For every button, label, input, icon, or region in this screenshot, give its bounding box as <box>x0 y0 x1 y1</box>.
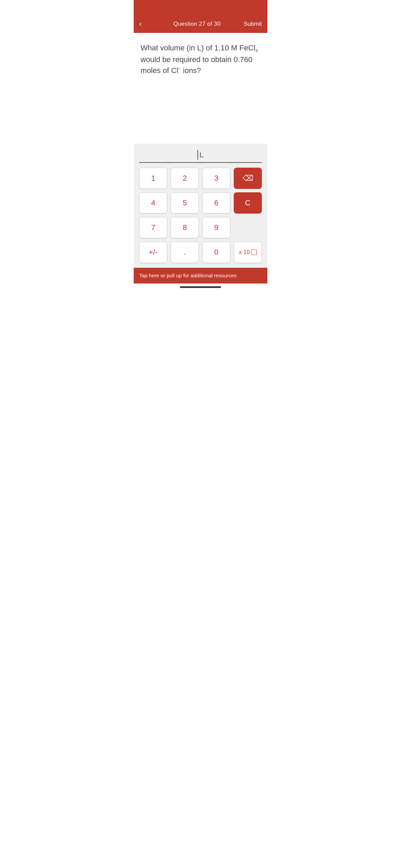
resources-bar[interactable]: Tap here or pull up for additional resou… <box>134 268 267 284</box>
text-cursor <box>197 150 198 160</box>
answer-input-row[interactable]: L <box>139 149 262 163</box>
empty-key <box>234 217 262 238</box>
header: ‹ Question 27 of 30 Submit <box>134 15 267 33</box>
key-decimal[interactable]: . <box>171 242 199 263</box>
home-bar <box>180 286 221 288</box>
input-area: L 1 2 3 ⌫ 4 5 6 C 7 <box>134 144 267 268</box>
back-icon: ‹ <box>139 20 142 28</box>
question-text: What volume (in L) of 1.10 M FeCl3 would… <box>141 43 260 76</box>
x10-label: x 10 <box>239 249 250 256</box>
key-7[interactable]: 7 <box>139 217 167 238</box>
key-8[interactable]: 8 <box>171 217 199 238</box>
key-6[interactable]: 6 <box>202 192 230 214</box>
key-3[interactable]: 3 <box>202 168 230 189</box>
key-1[interactable]: 1 <box>139 168 167 189</box>
question-text-part3: ions? <box>181 66 201 75</box>
question-subscript-3: 3 <box>255 48 258 53</box>
key-0[interactable]: 0 <box>202 242 230 263</box>
resources-bar-text: Tap here or pull up for additional resou… <box>139 273 236 278</box>
backspace-icon: ⌫ <box>243 174 253 183</box>
submit-button[interactable]: Submit <box>244 21 262 27</box>
backspace-button[interactable]: ⌫ <box>234 168 262 189</box>
answer-unit: L <box>199 149 204 161</box>
home-indicator <box>134 284 267 289</box>
back-button[interactable]: ‹ <box>139 20 150 28</box>
x10-box <box>251 250 257 255</box>
key-4[interactable]: 4 <box>139 192 167 214</box>
status-bar <box>134 0 267 15</box>
key-5[interactable]: 5 <box>171 192 199 214</box>
question-superscript-minus: − <box>178 66 181 71</box>
question-progress: Question 27 of 30 <box>173 21 221 27</box>
keypad: 1 2 3 ⌫ 4 5 6 C 7 8 9 <box>139 168 262 268</box>
key-2[interactable]: 2 <box>171 168 199 189</box>
key-plus-minus[interactable]: +/- <box>139 242 167 263</box>
clear-button[interactable]: C <box>234 192 262 214</box>
x10-button[interactable]: x 10 <box>234 242 262 263</box>
question-text-part1: What volume (in L) of 1.10 M FeCl <box>141 44 255 52</box>
question-area: What volume (in L) of 1.10 M FeCl3 would… <box>134 33 267 144</box>
key-9[interactable]: 9 <box>202 217 230 238</box>
clear-label: C <box>245 198 251 207</box>
